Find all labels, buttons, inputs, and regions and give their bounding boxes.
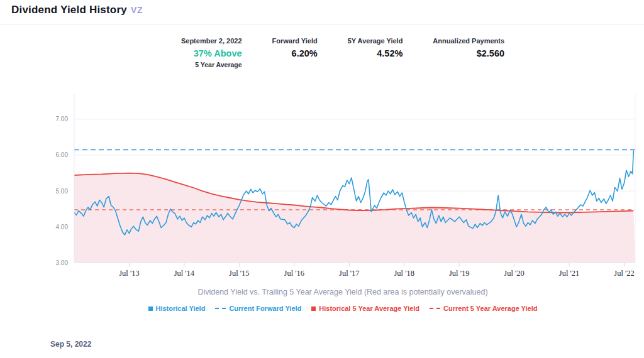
5y-average-yield-label: 5Y Average Yield [348,36,403,46]
5y-average-yield-value: 4.52% [348,48,403,59]
svg-text:4.00: 4.00 [56,224,69,231]
dashed-line-marker-icon [430,308,440,309]
legend-label: Current Forward Yield [229,305,301,312]
legend-item-current-forward-yield: Current Forward Yield [215,305,301,312]
report-date: Sep 5, 2022 [50,340,91,349]
chart-legend: Historical Yield Current Forward Yield H… [21,305,644,312]
svg-text:Jul '16: Jul '16 [284,269,304,278]
legend-label: Current 5 Year Average Yield [443,305,537,312]
svg-text:5.00: 5.00 [56,188,69,195]
stats-row: September 2, 2022 37% Above 5 Year Avera… [21,36,644,69]
forward-yield-value: 6.20% [272,48,318,59]
dividend-yield-chart[interactable]: 7.006.005.004.003.00Jul '13Jul '14Jul '1… [0,94,644,283]
stat-5y-average-yield: 5Y Average Yield 4.52% [348,36,403,69]
chart-caption: Dividend Yield vs. Trailing 5 Year Avera… [21,288,644,296]
svg-text:6.00: 6.00 [56,151,69,158]
as-of-date: September 2, 2022 [181,36,242,46]
page-title: Dividend Yield History [11,4,127,16]
dividend-yield-history-widget: Dividend Yield HistoryVZ September 2, 20… [0,0,644,358]
annualized-payments-value: $2.560 [433,48,504,59]
svg-text:Jul '20: Jul '20 [504,269,524,278]
svg-text:Jul '22: Jul '22 [614,269,634,278]
header: Dividend Yield HistoryVZ [11,4,143,16]
header-divider [0,24,644,24]
legend-label: Historical Yield [156,305,206,312]
stat-forward-yield: Forward Yield 6.20% [272,36,318,69]
stat-annualized-payments: Annualized Payments $2.560 [433,36,504,69]
square-marker-icon [311,306,316,311]
legend-item-current-5y-average-yield: Current 5 Year Average Yield [430,305,537,312]
stat-premium-block: September 2, 2022 37% Above 5 Year Avera… [181,36,242,69]
legend-item-historical-5y-average-yield: Historical 5 Year Average Yield [311,305,419,312]
svg-text:7.00: 7.00 [56,116,69,122]
svg-text:Jul '15: Jul '15 [229,269,249,278]
square-marker-icon [148,306,153,311]
ticker-symbol: VZ [131,5,143,15]
premium-sub-label: 5 Year Average [181,60,242,69]
svg-text:Jul '19: Jul '19 [449,269,469,278]
svg-text:Jul '13: Jul '13 [119,269,139,278]
svg-text:Jul '21: Jul '21 [559,269,579,278]
forward-yield-label: Forward Yield [272,36,318,46]
legend-item-historical-yield: Historical Yield [148,305,206,312]
svg-text:Jul '14: Jul '14 [174,269,195,278]
svg-text:Jul '18: Jul '18 [394,269,414,278]
premium-vs-average: 37% Above [181,48,242,59]
svg-text:Jul '17: Jul '17 [339,269,359,278]
svg-text:3.00: 3.00 [56,259,69,266]
yield-chart-svg[interactable]: 7.006.005.004.003.00Jul '13Jul '14Jul '1… [0,94,644,283]
annualized-payments-label: Annualized Payments [433,36,504,46]
dashed-line-marker-icon [215,308,226,309]
legend-label: Historical 5 Year Average Yield [319,305,419,312]
